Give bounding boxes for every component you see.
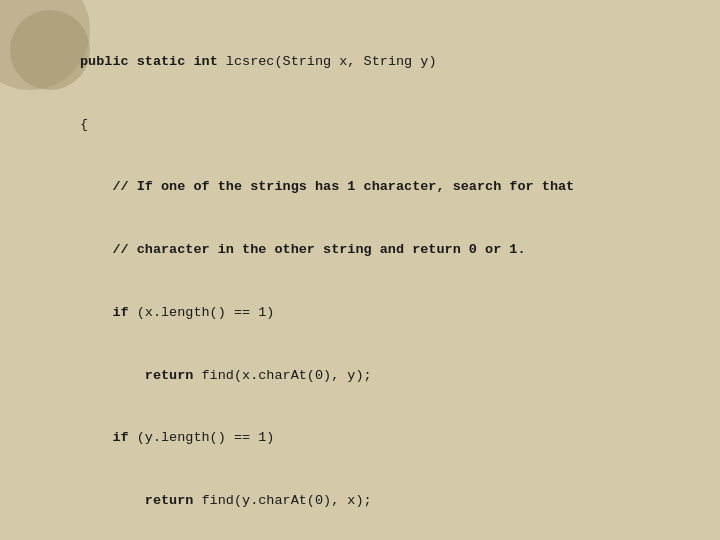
code-line-5: if (x.length() == 1) (80, 303, 700, 324)
code-line-6: return find(x.charAt(0), y); (80, 366, 700, 387)
code-block: public static int lcsrec(String x, Strin… (80, 10, 700, 540)
code-line-8: return find(y.charAt(0), x); (80, 491, 700, 512)
code-container: public static int lcsrec(String x, Strin… (70, 0, 720, 540)
code-line-2: { (80, 115, 700, 136)
code-line-1: public static int lcsrec(String x, Strin… (80, 52, 700, 73)
code-line-3: // If one of the strings has 1 character… (80, 177, 700, 198)
keyword-static: static (137, 54, 186, 69)
code-line-7: if (y.length() == 1) (80, 428, 700, 449)
keyword-public: public (80, 54, 129, 69)
code-line-4: // character in the other string and ret… (80, 240, 700, 261)
keyword-int: int (193, 54, 217, 69)
